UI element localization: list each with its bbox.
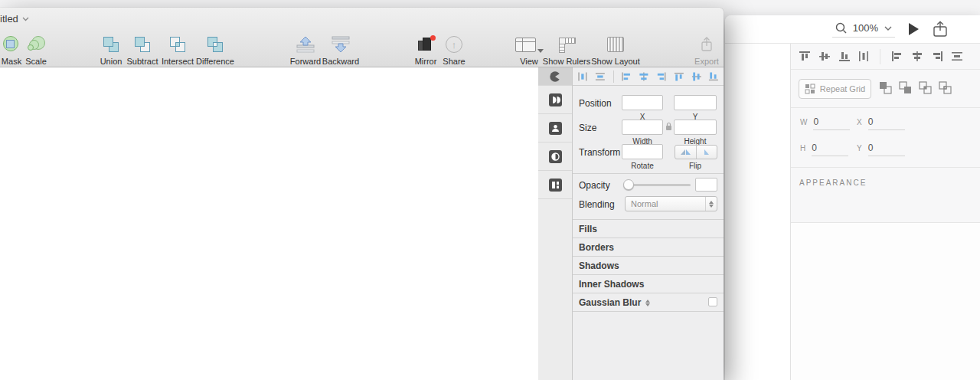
flip-vertical-button[interactable] [696,146,717,159]
toolbar-subtract[interactable]: Subtract [125,34,160,66]
distribute-horizontal-icon[interactable] [858,51,869,62]
toolbar-export[interactable]: Export [691,34,722,66]
craft-library-tab[interactable] [538,171,572,199]
align-center-horizontal-icon[interactable] [639,71,649,82]
sketch-canvas[interactable] [0,67,538,380]
toolbar-mask[interactable]: Mask [0,34,23,66]
toolbar-intersect[interactable]: Intersect [160,34,195,66]
align-bottom-icon[interactable] [708,71,719,82]
toolbar-view[interactable]: View [513,34,545,66]
transform-label: Transform [579,147,620,158]
export-icon [700,34,714,54]
toolbar-label: Union [100,57,122,66]
opacity-slider-knob[interactable] [623,179,634,190]
opacity-input[interactable] [695,178,717,192]
craft-logo-tab[interactable] [538,67,572,86]
sketch-window: itled Mask Scale Union Subtract Intersec… [0,8,724,380]
align-top-icon[interactable] [674,71,684,82]
gaussian-blur-label: Gaussian Blur [579,297,641,308]
repeat-grid-button[interactable]: Repeat Grid [799,79,871,99]
align-middle-vertical-icon[interactable] [691,71,702,82]
toolbar-difference[interactable]: Difference [195,34,235,66]
y-field-row: Y0 [857,142,905,156]
toolbar-label: Difference [196,57,234,66]
subtract-icon [133,34,152,54]
zoom-control[interactable]: 100% [832,21,895,38]
blending-dropdown[interactable]: Normal [625,196,717,211]
toolbar-label: Export [694,57,719,66]
width-input[interactable]: 0 [813,116,850,130]
toolbar-backward[interactable]: Backward [322,34,360,66]
section-borders[interactable]: Borders [579,242,614,253]
size-height-input[interactable] [674,120,717,135]
divider [791,69,980,70]
flip-horizontal-button[interactable] [675,146,696,159]
craft-styles-icon [549,150,562,163]
position-x-input[interactable] [622,95,663,110]
align-left-icon[interactable] [621,71,632,82]
align-bottom-icon[interactable] [838,51,851,62]
flip-control [675,145,717,159]
toolbar-show-rulers[interactable]: Show Rulers [542,34,591,66]
move-forward-icon [296,34,315,54]
divider [880,49,880,64]
position-y-input[interactable] [674,95,717,110]
layout-icon [607,34,624,54]
toolbar-forward[interactable]: Forward [289,34,322,66]
craft-duplicate-tab[interactable] [538,86,572,114]
y-input[interactable]: 0 [868,142,905,156]
gaussian-blur-checkbox[interactable] [708,297,717,306]
toolbar-scale[interactable]: Scale [21,34,51,66]
preview-play-button[interactable] [909,23,919,35]
union-icon [102,34,120,54]
intersect-icon[interactable] [919,81,932,94]
align-right-icon[interactable] [656,71,667,82]
union-icon[interactable] [879,81,892,94]
align-center-icon[interactable] [911,51,923,62]
view-icon [515,34,544,54]
height-input[interactable]: 0 [812,142,848,156]
section-shadows[interactable]: Shadows [579,260,619,271]
chevron-down-icon [884,26,892,31]
align-top-icon[interactable] [799,51,811,62]
toolbar-union[interactable]: Union [96,34,126,66]
divider [573,238,724,238]
craft-duplicate-icon [549,93,562,106]
craft-photos-tab[interactable] [538,114,572,142]
appearance-section-title: APPEARANCE [799,179,867,187]
section-fills[interactable]: Fills [579,224,597,234]
align-left-icon[interactable] [891,51,903,62]
repeat-grid-label: Repeat Grid [820,84,865,93]
craft-styles-tab[interactable] [538,142,572,171]
height-field-row: H0 [800,142,848,156]
sketch-inspector: Position X Y Size Width Height Transform… [573,67,724,380]
subtract-icon[interactable] [899,81,912,94]
distribute-horizontal-icon[interactable] [577,71,588,82]
title-chevron-icon [22,17,29,21]
toolbar-share[interactable]: ↑ Share [439,34,469,66]
align-right-icon[interactable] [931,51,943,62]
opacity-slider[interactable] [625,184,691,186]
distribute-vertical-icon[interactable] [951,51,963,62]
rotate-input[interactable] [622,144,663,159]
section-inner-shadows[interactable]: Inner Shadows [579,279,644,290]
align-middle-icon[interactable] [818,51,831,62]
exclude-overlap-icon[interactable] [939,81,952,94]
section-gaussian-blur[interactable]: Gaussian Blur [579,297,650,308]
size-width-input[interactable] [622,120,663,135]
lock-icon[interactable] [665,122,672,131]
x-input[interactable]: 0 [868,116,905,130]
rotate-sublabel: Rotate [622,162,663,170]
divider [573,293,724,293]
toolbar-mirror[interactable]: Mirror [411,34,440,66]
divider [573,311,724,312]
blending-label: Blending [579,199,615,210]
share-icon[interactable] [933,21,948,38]
divider [573,256,724,257]
window-title[interactable]: itled [0,13,29,25]
distribute-vertical-icon[interactable] [595,71,606,82]
width-label: W [800,118,807,126]
toolbar-show-layout[interactable]: Show Layout [591,34,640,66]
toolbar-label: Share [443,57,465,66]
width-field-row: W0 [800,116,850,130]
